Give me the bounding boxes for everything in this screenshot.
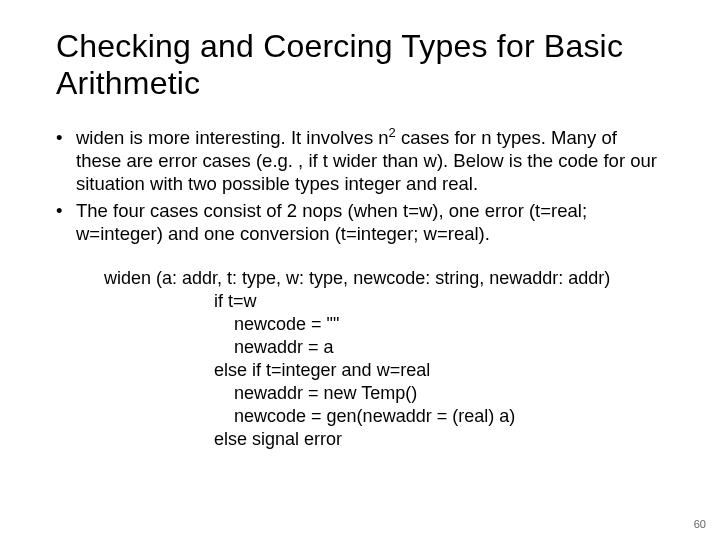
bullet-item: • The four cases consist of 2 nops (when… — [56, 199, 664, 245]
code-line: else if t=integer and w=real — [104, 360, 430, 380]
bullet-text: The four cases consist of 2 nops (when t… — [72, 199, 664, 245]
code-line: else signal error — [104, 429, 342, 449]
page-number: 60 — [694, 518, 706, 530]
bullet-text: widen is more interesting. It involves n… — [72, 126, 664, 195]
code-line: newaddr = new Temp() — [104, 383, 417, 403]
code-line: newcode = gen(newaddr = (real) a) — [104, 406, 515, 426]
slide-body: • widen is more interesting. It involves… — [56, 126, 664, 452]
code-line: newaddr = a — [104, 337, 334, 357]
bullet-dot: • — [56, 126, 72, 195]
code-line: widen (a: addr, t: type, w: type, newcod… — [104, 268, 610, 288]
bullet-item: • widen is more interesting. It involves… — [56, 126, 664, 195]
bullet-text-pre: The four cases consist of 2 nops (when t… — [76, 200, 587, 244]
superscript: 2 — [389, 124, 396, 139]
bullet-text-pre: widen is more interesting. It involves n — [76, 127, 389, 148]
code-line: newcode = "" — [104, 314, 339, 334]
slide-title: Checking and Coercing Types for Basic Ar… — [56, 28, 664, 102]
code-line: if t=w — [104, 291, 257, 311]
slide: Checking and Coercing Types for Basic Ar… — [0, 0, 720, 540]
bullet-dot: • — [56, 199, 72, 245]
code-block: widen (a: addr, t: type, w: type, newcod… — [104, 267, 664, 451]
